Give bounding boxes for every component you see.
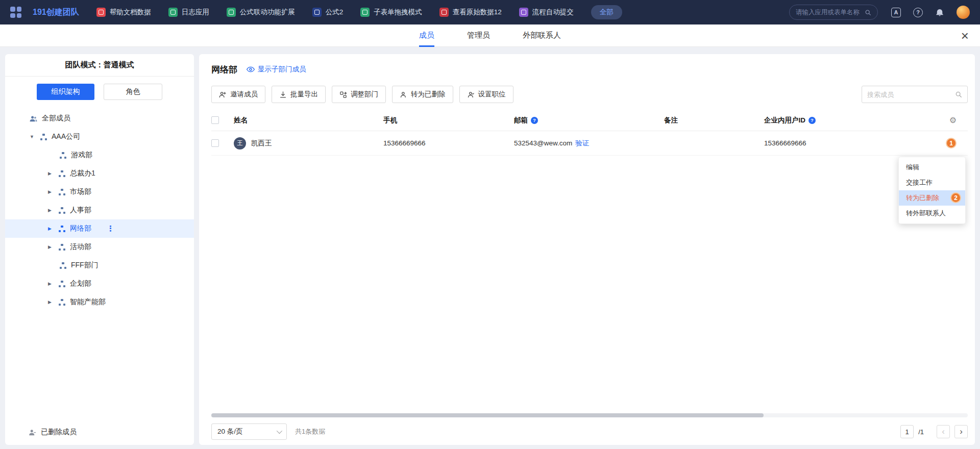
app-tab-log-app[interactable]: 日志应用	[168, 8, 209, 17]
next-page-button[interactable]: ›	[954, 425, 968, 438]
tab-external-contacts[interactable]: 外部联系人	[523, 24, 561, 47]
app-tab-help-doc-data[interactable]: 帮助文档数据	[96, 8, 151, 17]
row-checkbox[interactable]	[211, 139, 219, 147]
tree-item-label: 总裁办1	[70, 169, 95, 178]
person-icon	[400, 91, 407, 98]
caret-right-icon[interactable]: ▶	[48, 171, 59, 176]
menu-item-to-external-contact[interactable]: 转外部联系人	[899, 206, 965, 221]
invite-member-button[interactable]: 邀请成员	[211, 86, 265, 103]
deleted-members-entry[interactable]: 已删除成员	[5, 419, 194, 445]
app-tab-label: 公式2	[326, 8, 344, 17]
current-page-input[interactable]: 1	[900, 425, 914, 438]
row-context-menu: 编辑 交接工作 转为已删除 2 转外部联系人	[898, 157, 966, 224]
app-tab-label: 日志应用	[182, 8, 209, 17]
menu-item-edit[interactable]: 编辑	[899, 160, 965, 175]
annotation-marker-2: 2	[950, 192, 961, 203]
column-note: 备注	[664, 116, 764, 125]
tree-item-ceo-office1[interactable]: ▶ 总裁办1	[5, 164, 194, 183]
role-button[interactable]: 角色	[104, 84, 162, 100]
app-tab-label: 查看原始数据12	[453, 8, 502, 17]
menu-item-move-to-deleted[interactable]: 转为已删除 2	[899, 190, 965, 206]
toolbar-button-label: 调整部门	[351, 90, 378, 99]
tree-item-fff-dept[interactable]: FFF部门	[5, 256, 194, 275]
tree-item-aaa-company[interactable]: ▼ AAA公司	[5, 128, 194, 146]
adjust-department-button[interactable]: 调整部门	[332, 86, 386, 103]
app-icon	[360, 8, 370, 17]
more-actions-icon[interactable]: ⋮	[107, 224, 115, 233]
column-user-id: 企业内用户ID ?	[764, 116, 933, 125]
tree-item-market-dept[interactable]: ▶ 市场部	[5, 183, 194, 201]
annotation-marker-1: 1	[946, 138, 957, 148]
caret-right-icon[interactable]: ▶	[48, 208, 59, 213]
caret-right-icon[interactable]: ▶	[48, 226, 59, 231]
org-structure-button[interactable]: 组织架构	[37, 84, 94, 100]
column-settings-gear-icon[interactable]: ⚙	[949, 115, 957, 125]
adjust-department-icon	[339, 91, 347, 98]
workspace-name[interactable]: 191创建团队	[33, 7, 79, 18]
tree-item-network-dept[interactable]: ▶ 网络部 ⋮	[5, 219, 194, 238]
email-help-icon[interactable]: ?	[531, 117, 538, 124]
menu-item-handover-work[interactable]: 交接工作	[899, 175, 965, 190]
tree-item-label: 网络部	[70, 224, 91, 233]
app-tab-subform-drag[interactable]: 子表单拖拽模式	[360, 8, 422, 17]
app-icon	[519, 8, 528, 17]
notification-bell-icon[interactable]	[935, 8, 944, 17]
move-to-deleted-button[interactable]: 转为已删除	[392, 86, 453, 103]
translate-icon[interactable]: A	[891, 8, 901, 17]
prev-page-button[interactable]: ‹	[937, 425, 950, 438]
select-all-checkbox[interactable]	[211, 116, 219, 124]
app-search-input[interactable]	[796, 9, 862, 16]
app-tab-raw-data12[interactable]: 查看原始数据12	[439, 8, 502, 17]
org-icon	[59, 226, 65, 232]
tree-item-game-dept[interactable]: 游戏部	[5, 146, 194, 164]
set-position-button[interactable]: 设置职位	[459, 86, 513, 103]
caret-right-icon[interactable]: ▶	[48, 300, 59, 305]
verify-email-link[interactable]: 验证	[575, 139, 589, 148]
app-tab-label: 子表单拖拽模式	[374, 8, 422, 17]
column-phone: 手机	[383, 116, 514, 125]
team-mode-label: 团队模式：普通模式	[5, 54, 194, 77]
table-header: 姓名 手机 邮箱 ? 备注 企业内用户ID ? ⚙	[211, 110, 968, 131]
member-search-input[interactable]	[867, 91, 951, 98]
caret-right-icon[interactable]: ▶	[48, 281, 59, 286]
app-tab-auto-submit[interactable]: 流程自动提交	[519, 8, 574, 17]
app-search-field[interactable]	[789, 5, 878, 20]
member-search-field[interactable]	[862, 86, 968, 103]
horizontal-scrollbar-track[interactable]	[211, 413, 968, 417]
app-tab-formula2[interactable]: 公式2	[312, 8, 344, 17]
tab-admins[interactable]: 管理员	[467, 24, 490, 47]
caret-down-icon[interactable]: ▼	[30, 134, 40, 139]
org-icon	[59, 299, 65, 306]
help-icon[interactable]: ?	[913, 8, 923, 17]
tree-item-smart-capacity-dept[interactable]: ▶ 智能产能部	[5, 293, 194, 311]
tree-item-all-members[interactable]: 全部成员	[5, 109, 194, 128]
tree-item-label: 人事部	[70, 206, 91, 215]
show-sub-members-toggle[interactable]: 显示子部门成员	[247, 65, 306, 74]
app-icon	[439, 8, 449, 17]
tree-item-label: FFF部门	[71, 261, 99, 270]
tree-item-activity-dept[interactable]: ▶ 活动部	[5, 238, 194, 256]
tree-item-hr-dept[interactable]: ▶ 人事部	[5, 201, 194, 219]
table-row[interactable]: 王 凯西王 15366669666 532543@wew.com 验证 1536…	[211, 131, 968, 156]
user-avatar[interactable]	[957, 6, 970, 19]
horizontal-scrollbar-thumb[interactable]	[211, 413, 764, 417]
eye-icon	[247, 65, 255, 73]
app-tab-formula-extension[interactable]: 公式联动功能扩展	[227, 8, 295, 17]
tree-item-planning-dept[interactable]: ▶ 企划部	[5, 275, 194, 293]
caret-right-icon[interactable]: ▶	[48, 189, 59, 194]
caret-right-icon[interactable]: ▶	[48, 244, 59, 250]
page-size-select[interactable]: 20 条/页	[211, 423, 287, 440]
all-apps-pill[interactable]: 全部	[591, 5, 622, 19]
cell-phone: 15366669666	[383, 139, 514, 147]
toolbar-button-label: 转为已删除	[411, 90, 446, 99]
tree-item-label: 全部成员	[42, 114, 70, 123]
tab-members[interactable]: 成员	[419, 24, 434, 47]
app-launcher-icon[interactable]	[10, 7, 21, 18]
close-icon[interactable]: ×	[961, 29, 969, 42]
deleted-person-icon	[29, 429, 36, 436]
user-id-help-icon[interactable]: ?	[808, 117, 816, 124]
app-tab-label: 公式联动功能扩展	[240, 8, 295, 17]
tree-item-label: 活动部	[70, 242, 91, 252]
batch-export-button[interactable]: 批量导出	[272, 86, 326, 103]
column-name: 姓名	[234, 116, 383, 125]
